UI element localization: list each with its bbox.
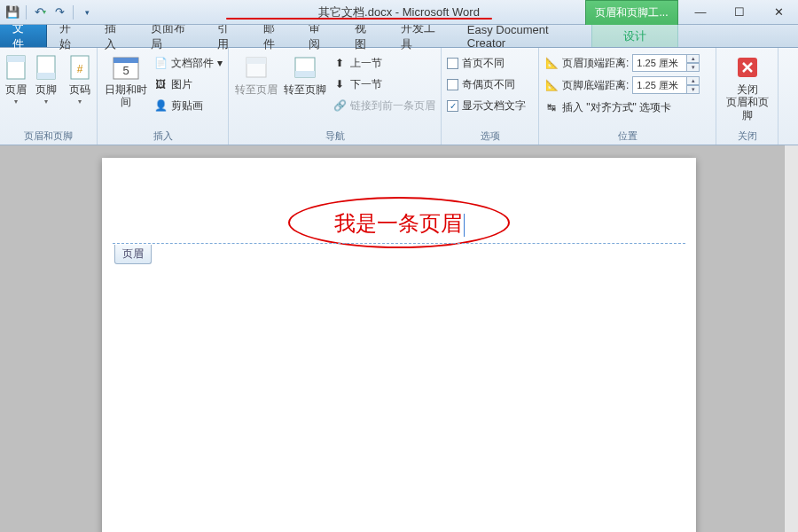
- undo-button[interactable]: ↶▾: [31, 4, 49, 21]
- header-area-tag: 页眉: [114, 245, 152, 264]
- parts-icon: 📄: [153, 56, 168, 70]
- checkbox-icon: [447, 79, 458, 90]
- header-icon: [2, 53, 30, 82]
- goto-footer-icon: [291, 53, 319, 82]
- header-top-distance[interactable]: 📐 页眉顶端距离: 1.25 厘米▴▾: [544, 53, 700, 73]
- tab-home[interactable]: 开始: [47, 25, 93, 47]
- goto-header-icon: [242, 53, 270, 82]
- insert-alignment-tab-button[interactable]: ↹插入 "对齐方式" 选项卡: [544, 98, 700, 117]
- page-number-button[interactable]: # 页码▾: [66, 51, 94, 106]
- tab-references[interactable]: 引用: [205, 25, 251, 47]
- svg-text:#: #: [77, 63, 83, 75]
- group-label: 插入: [103, 128, 223, 143]
- qat-customize[interactable]: ▾: [78, 4, 96, 21]
- group-options: 首页不同 奇偶页不同 ✓显示文档文字 选项: [442, 48, 539, 145]
- top-distance-icon: 📐: [544, 56, 559, 70]
- group-header-footer: 页眉▾ 页脚▾ # 页码▾ 页眉和页脚: [0, 48, 98, 145]
- picture-icon: 🖼: [153, 77, 168, 91]
- svg-rect-1: [7, 56, 25, 62]
- footer-distance-field[interactable]: 1.25 厘米: [632, 76, 687, 94]
- goto-header-button[interactable]: 转至页眉: [234, 51, 278, 96]
- close-icon: [733, 53, 762, 82]
- different-odd-even-checkbox[interactable]: 奇偶页不同: [447, 74, 526, 94]
- annotation-underline: [226, 18, 492, 20]
- link-previous-button: 🔗链接到前一条页眉: [332, 96, 435, 115]
- title-bar: 💾 ↶▾ ↷ ▾ 其它文档.docx - Microsoft Word 页眉和页…: [0, 0, 798, 25]
- group-navigation: 转至页眉 转至页脚 ⬆上一节 ⬇下一节 🔗链接到前一条页眉 导航: [229, 48, 442, 145]
- tab-developer[interactable]: 开发工具: [388, 25, 455, 47]
- next-icon: ⬇: [332, 77, 347, 91]
- group-label: 页眉和页脚: [5, 128, 91, 143]
- checkbox-icon: [447, 58, 458, 69]
- document-page[interactable]: 我是一条页眉 页眉: [102, 158, 696, 532]
- tab-view[interactable]: 视图: [342, 25, 388, 47]
- quick-access-toolbar: 💾 ↶▾ ↷ ▾: [0, 4, 96, 21]
- group-position: 📐 页眉顶端距离: 1.25 厘米▴▾ 📐 页脚底端距离: 1.25 厘米▴▾ …: [539, 48, 716, 145]
- goto-footer-button[interactable]: 转至页脚: [284, 51, 328, 96]
- footer-icon: [32, 53, 60, 82]
- next-section-button[interactable]: ⬇下一节: [332, 74, 435, 94]
- footer-button[interactable]: 页脚▾: [32, 51, 60, 106]
- vertical-scrollbar[interactable]: [784, 145, 798, 532]
- document-workspace: 我是一条页眉 页眉: [0, 145, 798, 532]
- header-button[interactable]: 页眉▾: [5, 51, 27, 106]
- link-icon: 🔗: [332, 98, 347, 113]
- qat-separator: [26, 5, 27, 20]
- footer-bottom-distance[interactable]: 📐 页脚底端距离: 1.25 厘米▴▾: [544, 75, 700, 95]
- tab-mailings[interactable]: 邮件: [251, 25, 297, 47]
- bottom-distance-icon: 📐: [544, 78, 559, 92]
- doc-parts-button[interactable]: 📄文档部件 ▾: [153, 53, 223, 73]
- svg-text:5: 5: [122, 64, 129, 77]
- different-first-checkbox[interactable]: 首页不同: [447, 53, 526, 73]
- close-header-footer-button[interactable]: 关闭 页眉和页脚: [722, 51, 772, 121]
- prev-icon: ⬆: [332, 56, 347, 70]
- prev-section-button[interactable]: ⬆上一节: [332, 53, 435, 73]
- tab-file[interactable]: 文件: [0, 25, 47, 47]
- header-boundary-line: [113, 243, 685, 244]
- group-label: 关闭: [722, 128, 772, 143]
- show-document-text-checkbox[interactable]: ✓显示文档文字: [447, 96, 526, 115]
- calendar-icon: 5: [112, 53, 140, 82]
- ribbon: 页眉▾ 页脚▾ # 页码▾ 页眉和页脚 5 日期和时间 📄文档部件 ▾ 🖼图片 …: [0, 48, 798, 145]
- tab-layout[interactable]: 页面布局: [138, 25, 205, 47]
- group-insert: 5 日期和时间 📄文档部件 ▾ 🖼图片 👤剪贴画 插入: [98, 48, 229, 145]
- pagenum-icon: #: [66, 53, 94, 82]
- svg-rect-7: [113, 58, 138, 63]
- svg-rect-10: [246, 58, 266, 64]
- tab-review[interactable]: 审阅: [296, 25, 342, 47]
- qat-separator: [73, 5, 74, 20]
- spinner[interactable]: ▴▾: [687, 54, 700, 72]
- tab-easy-doc[interactable]: Easy Document Creator: [455, 25, 591, 47]
- close-window-button[interactable]: ✕: [759, 0, 798, 25]
- picture-button[interactable]: 🖼图片: [153, 74, 223, 94]
- redo-button[interactable]: ↷: [51, 4, 68, 21]
- group-close: 关闭 页眉和页脚 关闭: [716, 48, 778, 145]
- align-tab-icon: ↹: [544, 100, 559, 114]
- tab-design-context[interactable]: 设计: [591, 25, 678, 47]
- context-tab-group-label: 页眉和页脚工...: [585, 0, 678, 25]
- save-button[interactable]: 💾: [4, 4, 21, 21]
- group-label: 位置: [544, 128, 710, 143]
- window-controls: — ☐ ✕: [681, 0, 798, 25]
- spinner[interactable]: ▴▾: [687, 76, 700, 94]
- svg-rect-3: [37, 73, 55, 79]
- clipart-icon: 👤: [153, 98, 168, 113]
- group-label: 导航: [234, 128, 435, 143]
- header-text[interactable]: 我是一条页眉: [102, 209, 696, 238]
- header-distance-field[interactable]: 1.25 厘米: [632, 54, 687, 72]
- tab-insert[interactable]: 插入: [92, 25, 138, 47]
- datetime-button[interactable]: 5 日期和时间: [103, 51, 148, 109]
- svg-rect-12: [295, 71, 315, 77]
- text-cursor: [464, 214, 465, 237]
- clipart-button[interactable]: 👤剪贴画: [153, 96, 223, 115]
- checkbox-icon: ✓: [447, 100, 458, 112]
- group-label: 选项: [447, 128, 533, 143]
- minimize-button[interactable]: —: [681, 0, 720, 25]
- maximize-button[interactable]: ☐: [720, 0, 759, 25]
- ribbon-tabs: 文件 开始 插入 页面布局 引用 邮件 审阅 视图 开发工具 Easy Docu…: [0, 25, 798, 48]
